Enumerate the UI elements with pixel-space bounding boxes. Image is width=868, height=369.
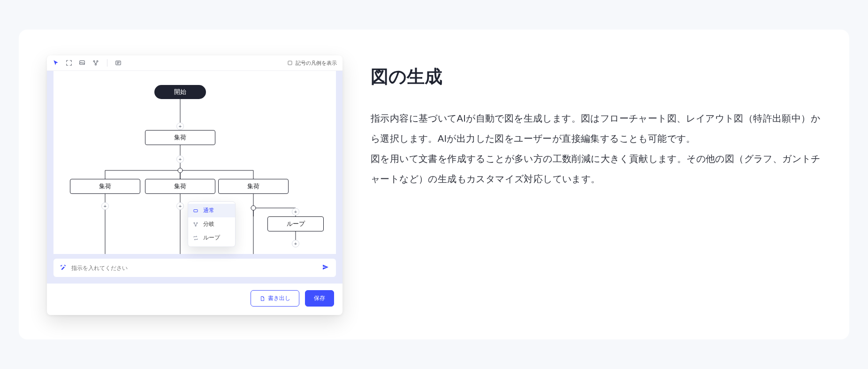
svg-point-19	[178, 168, 183, 173]
menu-item-normal[interactable]: 通常	[188, 204, 235, 217]
flow-node-branch-1[interactable]: 集荷	[70, 179, 140, 194]
add-node-button[interactable]: +	[101, 202, 109, 210]
text-block-icon[interactable]	[115, 60, 122, 66]
add-node-button[interactable]: +	[292, 208, 299, 215]
export-button-label: 書き出し	[268, 294, 290, 302]
editor-toolbar: 記号の凡例を表示	[47, 55, 343, 71]
feature-title: 図の生成	[371, 65, 821, 89]
feature-paragraph-2: 図を用いて文書を作成することが多い方の工数削減に大きく貢献します。その他の図（グ…	[371, 149, 821, 189]
node-label: 集荷	[99, 182, 111, 191]
send-icon[interactable]	[322, 263, 329, 272]
document-icon	[259, 296, 265, 301]
menu-item-label: 分岐	[203, 220, 214, 228]
node-label: 集荷	[174, 182, 186, 191]
flow-node-branch-3[interactable]: 集荷	[218, 179, 289, 194]
feature-description: 図の生成 指示内容に基づいてAIが自動で図を生成します。図はフローチャート図、レ…	[371, 55, 821, 189]
flow-node-branch-2[interactable]: 集荷	[145, 179, 215, 194]
node-label: ループ	[287, 220, 305, 228]
feature-paragraph-1: 指示内容に基づいてAIが自動で図を生成します。図はフローチャート図、レイアウト図…	[371, 108, 821, 149]
svg-point-20	[251, 206, 256, 210]
node-label: 集荷	[247, 182, 259, 191]
prompt-bar	[47, 254, 343, 284]
svg-rect-5	[288, 61, 292, 65]
diagram-editor-app: 記号の凡例を表示	[47, 55, 343, 315]
svg-point-1	[93, 61, 95, 62]
flow-node-loop[interactable]: ループ	[267, 216, 324, 231]
feature-card: 記号の凡例を表示	[19, 30, 849, 339]
magic-wand-icon	[60, 264, 67, 272]
save-button[interactable]: 保存	[305, 290, 334, 307]
menu-item-label: 通常	[203, 207, 214, 215]
save-button-label: 保存	[314, 294, 325, 302]
node-label: 集荷	[174, 133, 186, 142]
legend-toggle-label: 記号の凡例を表示	[296, 60, 337, 67]
dialog-actions: 書き出し 保存	[47, 284, 343, 315]
add-node-button[interactable]: +	[292, 240, 299, 247]
flow-node-start[interactable]: 開始	[154, 85, 206, 99]
fit-screen-icon[interactable]	[66, 60, 72, 66]
svg-point-2	[97, 61, 98, 62]
svg-point-22	[194, 222, 195, 223]
legend-toggle[interactable]: 記号の凡例を表示	[287, 60, 337, 67]
rectangle-icon	[193, 208, 199, 214]
add-node-button[interactable]: +	[176, 155, 184, 163]
nodes-icon[interactable]	[92, 60, 99, 66]
toolbar-separator	[107, 59, 107, 67]
prompt-input[interactable]	[71, 265, 317, 271]
node-type-menu: 通常 分岐 ループ	[188, 201, 236, 247]
menu-item-branch[interactable]: 分岐	[188, 217, 235, 231]
svg-point-23	[197, 222, 198, 223]
flow-node-step-1[interactable]: 集荷	[145, 130, 215, 145]
cursor-tool-icon[interactable]	[53, 60, 59, 66]
menu-item-loop[interactable]: ループ	[188, 231, 235, 245]
image-icon[interactable]	[79, 60, 85, 66]
loop-icon	[193, 235, 199, 241]
node-label: 開始	[174, 88, 186, 96]
add-node-button[interactable]: +	[176, 202, 184, 210]
diagram-canvas[interactable]: 開始 + 集荷 + 集荷 集荷 集荷 + + +	[47, 71, 343, 254]
branch-icon	[193, 222, 199, 227]
menu-item-label: ループ	[203, 234, 220, 242]
export-button[interactable]: 書き出し	[251, 290, 299, 307]
add-node-button[interactable]: +	[176, 123, 184, 130]
svg-point-24	[195, 225, 196, 226]
svg-rect-21	[194, 209, 198, 212]
